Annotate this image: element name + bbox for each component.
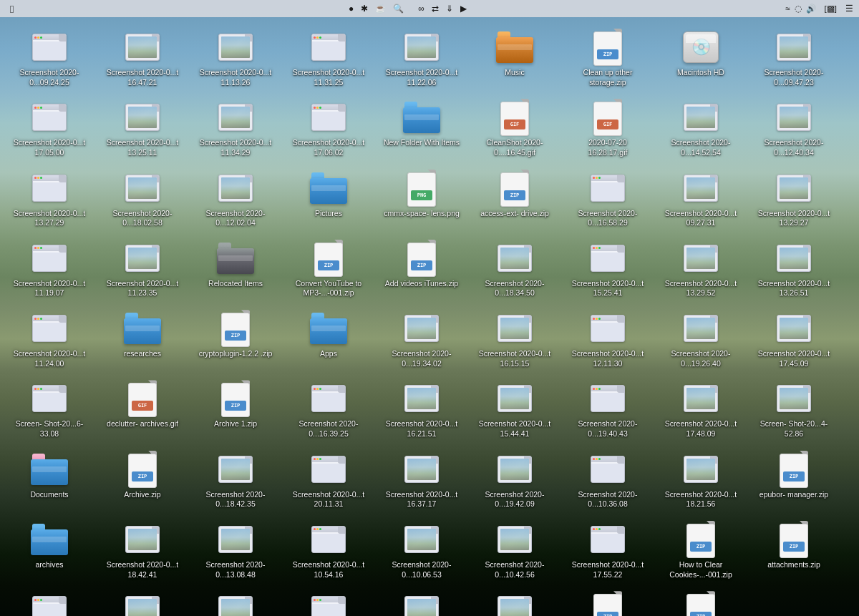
icon-label-ss27: Screenshot 2020-0...t 16.15.15 (475, 349, 554, 368)
desktop-icon-ss29[interactable]: Screenshot 2020-0...19.26.40 (658, 305, 744, 373)
desktop-icon-ss31[interactable]: Screenshot 2020-0...16.39.25 (286, 376, 372, 443)
desktop-icon-ss47[interactable]: Screenshot 2020-0...t 17.55.22 (565, 517, 651, 584)
desktop-icon-ss21[interactable]: Screenshot 2020-0...18.34.50 (472, 235, 558, 303)
desktop-icon-ss50[interactable]: Screenshot 2020-0...t 14.57.10 (193, 587, 278, 616)
desktop-icon-declutter[interactable]: GIFdeclutter- archives.gif (100, 376, 185, 443)
desktop-icon-ss49[interactable]: Screenshot 2020-0...13.08.53 (100, 587, 185, 616)
desktop-icon-ss38[interactable]: Screenshot 2020-0...t 16.37.17 (379, 446, 465, 514)
desktop-icon-ss18[interactable]: Screenshot 2020-0...t 13.29.27 (751, 165, 837, 233)
desktop-icon-ss52[interactable]: Screenshot 2020-0...13.07.58 (379, 587, 465, 616)
desktop-icon-cleanshot[interactable]: GIFCleanShot 2020-0....16.45.gif (472, 94, 558, 162)
desktop-icon-ss42[interactable]: Screenshot 2020-0...t 18.42.41 (100, 517, 185, 584)
desktop-icon-ss30[interactable]: Screenshot 2020-0...t 17.45.09 (751, 305, 837, 373)
icon-label-ss8: Screenshot 2020-0...t 13.25.11 (103, 138, 182, 157)
desktop-icon-epubor[interactable]: ZIPepubor- manager.zip (751, 446, 837, 514)
download-icon[interactable]: ⇓ (446, 4, 453, 14)
desktop-icon-ss20[interactable]: Screenshot 2020-0...t 11.23.35 (100, 235, 185, 303)
volume-icon[interactable]: 🔊 (806, 4, 816, 14)
desktop-icon-ss41[interactable]: Screenshot 2020-0...t 18.21.56 (658, 446, 744, 514)
desktop-icon-ss10[interactable]: Screenshot 2020-0...t 17.06.02 (286, 94, 372, 162)
desktop-icon-ss24[interactable]: Screenshot 2020-0...t 13.26.51 (751, 235, 837, 303)
desktop-icon-ss26[interactable]: Screenshot 2020-0...19.34.02 (379, 305, 465, 373)
desktop-icon-cleanup[interactable]: ZIPClean up other storage.zip (565, 24, 651, 92)
desktop-icon-howconvert[interactable]: ZIPHow To Convert PDF To...n Mac.zip (565, 587, 651, 616)
desktop-icon-screenrecord1[interactable]: Screen- Shot-20...6-33.08 (6, 376, 92, 443)
desktop-icon-ss48[interactable]: Screenshot 2020-0...20.34.03 (6, 587, 92, 616)
menubar-left:  (0, 1, 29, 16)
desktop-icon-addvideos[interactable]: ZIPAdd videos iTunes.zip (379, 235, 465, 303)
desktop-icon-ss46[interactable]: Screenshot 2020-0...10.42.56 (472, 517, 558, 584)
apple-menu[interactable]:  (6, 1, 18, 16)
icon-label-ss41: Screenshot 2020-0...t 18.21.56 (661, 490, 740, 509)
desktop-icon-gif1[interactable]: GIF2020-07-20 16.28.17.gif (565, 94, 651, 162)
desktop-icon-ss34[interactable]: Screenshot 2020-0...19.40.43 (565, 376, 651, 443)
desktop-icon-screenrecord2[interactable]: Screen- Shot-20...4-52.86 (751, 376, 837, 443)
desktop-icon-ss27[interactable]: Screenshot 2020-0...t 16.15.15 (472, 305, 558, 373)
desktop-icon-ss19[interactable]: Screenshot 2020-0...t 11.19.07 (6, 235, 92, 303)
battery-icon[interactable]: [▩] (825, 4, 837, 14)
desktop-icon-attachments[interactable]: ZIPattachments.zip (751, 517, 837, 584)
desktop-icon-ss51[interactable]: Screenshot 2020-0...t 10.07.27 (286, 587, 372, 616)
desktop-icon-ss39[interactable]: Screenshot 2020-0...19.42.09 (472, 446, 558, 514)
desktop-icon-ss5[interactable]: Screenshot 2020-0...t 11.22.06 (379, 24, 465, 92)
wifi-icon[interactable]: ≈ (785, 4, 790, 13)
desktop-icon-convertyoutube[interactable]: ZIPConvert YouTube to MP3-...-001.zip (286, 235, 372, 303)
desktop-icon-researches[interactable]: researches (100, 305, 185, 373)
desktop-icon-ss16[interactable]: Screenshot 2020-0...16.58.29 (565, 165, 651, 233)
desktop-icon-documents[interactable]: Documents (6, 446, 92, 514)
desktop-icon-ss28[interactable]: Screenshot 2020-0...t 12.11.30 (565, 305, 651, 373)
desktop-icon-ss23[interactable]: Screenshot 2020-0...t 13.29.52 (658, 235, 744, 303)
desktop-icon-ss13[interactable]: Screenshot 2020-0...t 13.27.29 (6, 165, 92, 233)
desktop-icon-ss44[interactable]: Screenshot 2020-0...t 10.54.16 (286, 517, 372, 584)
desktop-icon-cmmx[interactable]: PNGcmmx-space- lens.png (379, 165, 465, 233)
desktop-icon-backup[interactable]: ZIPBackup your Mac.zip (658, 587, 744, 616)
desktop-icon-ss15[interactable]: Screenshot 2020-0...12.02.04 (193, 165, 278, 233)
desktop-icon-pictures[interactable]: Pictures (286, 165, 372, 233)
desktop-icon-howclear[interactable]: ZIPHow to Clear Cookies-...-001.zip (658, 517, 744, 584)
1password-icon[interactable]: ● (349, 4, 354, 14)
infinity-icon[interactable]: ∞ (418, 4, 424, 14)
desktop-icon-ss1[interactable]: Screenshot 2020-0...09.24.25 (6, 24, 92, 92)
desktop-icon-ss3[interactable]: Screenshot 2020-0...t 11.13.26 (193, 24, 278, 92)
desktop-icon-ss35[interactable]: Screenshot 2020-0...t 17.48.09 (658, 376, 744, 443)
desktop-icon-newfolder[interactable]: New Folder With Items (379, 94, 465, 162)
desktop-icon-ss37[interactable]: Screenshot 2020-0...t 20.11.31 (286, 446, 372, 514)
desktop-icon-ss53[interactable]: Screenshot 2020-0...21.03.47 (472, 587, 558, 616)
desktop-icon-ss40[interactable]: Screenshot 2020-0...10.36.08 (565, 446, 651, 514)
desktop-icon-ss33[interactable]: Screenshot 2020-0...t 15.44.41 (472, 376, 558, 443)
desktop-icon-ss4[interactable]: Screenshot 2020-0...t 11.31.25 (286, 24, 372, 92)
desktop-icon-apps[interactable]: Apps (286, 305, 372, 373)
desktop-icon-archive2[interactable]: ZIPArchive.zip (100, 446, 185, 514)
desktop-icon-ss12[interactable]: Screenshot 2020-0...12.40.34 (751, 94, 837, 162)
timemachine-icon[interactable]: ◌ (795, 4, 802, 14)
desktop-icon-ss14[interactable]: Screenshot 2020-0...18.02.58 (100, 165, 185, 233)
desktop-icon-archive1[interactable]: ZIPArchive 1.zip (193, 376, 278, 443)
desktop-icon-relocated[interactable]: Relocated Items (193, 235, 278, 303)
desktop-icon-ss45[interactable]: Screenshot 2020-0...10.06.53 (379, 517, 465, 584)
desktop-icon-ss7[interactable]: Screenshot 2020-0...t 17.05.00 (6, 94, 92, 162)
desktop-icon-ss2[interactable]: Screenshot 2020-0...t 16.47.21 (100, 24, 185, 92)
desktop-icon-ss32[interactable]: Screenshot 2020-0...t 16.21.51 (379, 376, 465, 443)
desktop-icon-machd[interactable]: 💿Macintosh HD (658, 24, 744, 92)
desktop-icon-ss43[interactable]: Screenshot 2020-0...13.08.48 (193, 517, 278, 584)
desktop-icon-access[interactable]: ZIPaccess-ext- drive.zip (472, 165, 558, 233)
desktop-icon-ss22[interactable]: Screenshot 2020-0...t 15.25.41 (565, 235, 651, 303)
app-menu[interactable] (18, 7, 29, 10)
desktop-icon-ss6[interactable]: Screenshot 2020-0...09.47.23 (751, 24, 837, 92)
desktop-icon-ss9[interactable]: Screenshot 2020-0...t 11.34.29 (193, 94, 278, 162)
desktop-icon-crypto[interactable]: ZIPcryptoplugin-1.2.2 .zip (193, 305, 278, 373)
desktop-icon-ss11[interactable]: Screenshot 2020-0...14.52.54 (658, 94, 744, 162)
screencapture-icon[interactable]: ▶ (460, 4, 467, 14)
desktop-icon-ss36[interactable]: Screenshot 2020-0...18.42.35 (193, 446, 278, 514)
desktop-icon-ss8[interactable]: Screenshot 2020-0...t 13.25.11 (100, 94, 185, 162)
desktop-icon-music[interactable]: Music (472, 24, 558, 92)
icon-label-ss17: Screenshot 2020-0...t 09.27.31 (661, 209, 740, 228)
switch-icon[interactable]: ⇄ (432, 4, 439, 14)
desktop-icon-ss25[interactable]: Screenshot 2020-0...t 11.24.00 (6, 305, 92, 373)
menu-extra-icon[interactable]: ☰ (845, 4, 853, 14)
desktop-icon-archives[interactable]: archives (6, 517, 92, 584)
desktop-icon-ss17[interactable]: Screenshot 2020-0...t 09.27.31 (658, 165, 744, 233)
search-icon[interactable]: 🔍 (393, 4, 404, 14)
bluetooth-icon[interactable]: ✱ (361, 4, 368, 14)
coffee-icon[interactable]: ☕ (375, 4, 386, 14)
